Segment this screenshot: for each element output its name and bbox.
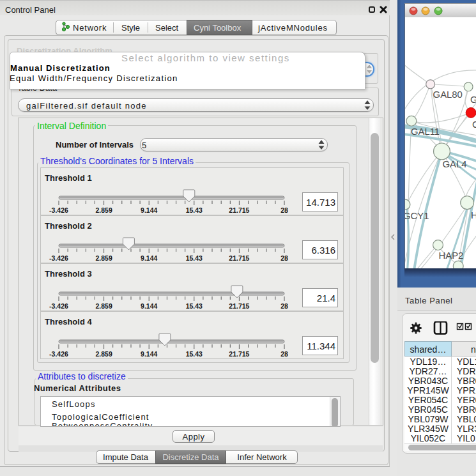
svg-text:GCY1: GCY1 (404, 211, 429, 221)
svg-text:CA: CA (472, 119, 476, 130)
svg-text:H: H (471, 210, 476, 220)
svg-text:GAL11: GAL11 (411, 127, 440, 137)
svg-text:GA: GA (470, 95, 476, 105)
svg-text:GAL80: GAL80 (433, 89, 463, 100)
svg-text:HAP2: HAP2 (439, 250, 464, 261)
svg-text:GAL4: GAL4 (442, 159, 466, 169)
